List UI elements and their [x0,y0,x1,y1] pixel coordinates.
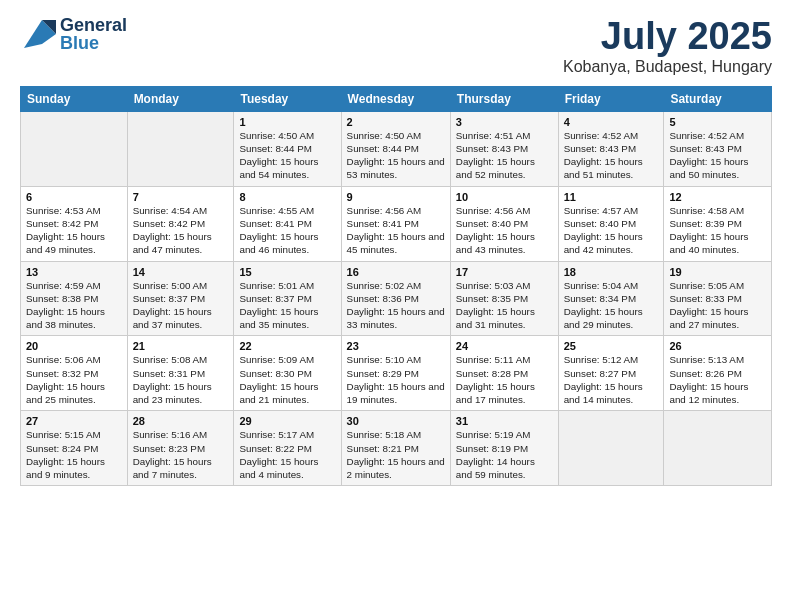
day-number: 13 [26,266,122,278]
day-number: 6 [26,191,122,203]
title-block: July 2025 Kobanya, Budapest, Hungary [563,16,772,76]
day-number: 2 [347,116,445,128]
calendar-cell: 13Sunrise: 4:59 AM Sunset: 8:38 PM Dayli… [21,261,128,336]
day-number: 10 [456,191,553,203]
day-info: Sunrise: 4:55 AM Sunset: 8:41 PM Dayligh… [239,204,335,257]
calendar-cell: 10Sunrise: 4:56 AM Sunset: 8:40 PM Dayli… [450,186,558,261]
day-number: 29 [239,415,335,427]
day-info: Sunrise: 5:06 AM Sunset: 8:32 PM Dayligh… [26,353,122,406]
day-number: 18 [564,266,659,278]
day-number: 8 [239,191,335,203]
day-info: Sunrise: 5:09 AM Sunset: 8:30 PM Dayligh… [239,353,335,406]
calendar-cell: 24Sunrise: 5:11 AM Sunset: 8:28 PM Dayli… [450,336,558,411]
day-number: 15 [239,266,335,278]
day-number: 19 [669,266,766,278]
day-info: Sunrise: 5:12 AM Sunset: 8:27 PM Dayligh… [564,353,659,406]
logo-blue-text: Blue [60,34,127,52]
calendar-cell: 16Sunrise: 5:02 AM Sunset: 8:36 PM Dayli… [341,261,450,336]
calendar-cell: 11Sunrise: 4:57 AM Sunset: 8:40 PM Dayli… [558,186,664,261]
generalblue-icon [20,16,56,52]
day-info: Sunrise: 4:51 AM Sunset: 8:43 PM Dayligh… [456,129,553,182]
day-number: 25 [564,340,659,352]
day-info: Sunrise: 4:54 AM Sunset: 8:42 PM Dayligh… [133,204,229,257]
calendar-cell: 6Sunrise: 4:53 AM Sunset: 8:42 PM Daylig… [21,186,128,261]
calendar-cell: 20Sunrise: 5:06 AM Sunset: 8:32 PM Dayli… [21,336,128,411]
day-info: Sunrise: 4:50 AM Sunset: 8:44 PM Dayligh… [347,129,445,182]
calendar-cell: 15Sunrise: 5:01 AM Sunset: 8:37 PM Dayli… [234,261,341,336]
calendar-cell: 12Sunrise: 4:58 AM Sunset: 8:39 PM Dayli… [664,186,772,261]
calendar-cell: 18Sunrise: 5:04 AM Sunset: 8:34 PM Dayli… [558,261,664,336]
calendar-cell: 17Sunrise: 5:03 AM Sunset: 8:35 PM Dayli… [450,261,558,336]
day-number: 31 [456,415,553,427]
weekday-header-saturday: Saturday [664,86,772,111]
day-info: Sunrise: 5:03 AM Sunset: 8:35 PM Dayligh… [456,279,553,332]
weekday-row: SundayMondayTuesdayWednesdayThursdayFrid… [21,86,772,111]
day-number: 30 [347,415,445,427]
day-info: Sunrise: 5:13 AM Sunset: 8:26 PM Dayligh… [669,353,766,406]
weekday-header-monday: Monday [127,86,234,111]
day-number: 21 [133,340,229,352]
calendar-cell [664,411,772,486]
day-info: Sunrise: 5:08 AM Sunset: 8:31 PM Dayligh… [133,353,229,406]
day-number: 24 [456,340,553,352]
calendar-cell: 28Sunrise: 5:16 AM Sunset: 8:23 PM Dayli… [127,411,234,486]
calendar-header: SundayMondayTuesdayWednesdayThursdayFrid… [21,86,772,111]
weekday-header-tuesday: Tuesday [234,86,341,111]
calendar-cell: 7Sunrise: 4:54 AM Sunset: 8:42 PM Daylig… [127,186,234,261]
day-info: Sunrise: 4:53 AM Sunset: 8:42 PM Dayligh… [26,204,122,257]
weekday-header-sunday: Sunday [21,86,128,111]
day-info: Sunrise: 5:18 AM Sunset: 8:21 PM Dayligh… [347,428,445,481]
weekday-header-wednesday: Wednesday [341,86,450,111]
day-number: 26 [669,340,766,352]
calendar-cell: 25Sunrise: 5:12 AM Sunset: 8:27 PM Dayli… [558,336,664,411]
day-info: Sunrise: 4:50 AM Sunset: 8:44 PM Dayligh… [239,129,335,182]
day-number: 27 [26,415,122,427]
calendar-cell: 9Sunrise: 4:56 AM Sunset: 8:41 PM Daylig… [341,186,450,261]
weekday-header-friday: Friday [558,86,664,111]
week-row-4: 20Sunrise: 5:06 AM Sunset: 8:32 PM Dayli… [21,336,772,411]
day-number: 12 [669,191,766,203]
weekday-header-thursday: Thursday [450,86,558,111]
day-number: 17 [456,266,553,278]
week-row-1: 1Sunrise: 4:50 AM Sunset: 8:44 PM Daylig… [21,111,772,186]
location-title: Kobanya, Budapest, Hungary [563,58,772,76]
calendar-cell: 29Sunrise: 5:17 AM Sunset: 8:22 PM Dayli… [234,411,341,486]
month-title: July 2025 [563,16,772,58]
day-info: Sunrise: 5:01 AM Sunset: 8:37 PM Dayligh… [239,279,335,332]
calendar-body: 1Sunrise: 4:50 AM Sunset: 8:44 PM Daylig… [21,111,772,485]
calendar-cell: 8Sunrise: 4:55 AM Sunset: 8:41 PM Daylig… [234,186,341,261]
day-info: Sunrise: 5:11 AM Sunset: 8:28 PM Dayligh… [456,353,553,406]
week-row-5: 27Sunrise: 5:15 AM Sunset: 8:24 PM Dayli… [21,411,772,486]
calendar-cell: 1Sunrise: 4:50 AM Sunset: 8:44 PM Daylig… [234,111,341,186]
week-row-3: 13Sunrise: 4:59 AM Sunset: 8:38 PM Dayli… [21,261,772,336]
day-info: Sunrise: 4:59 AM Sunset: 8:38 PM Dayligh… [26,279,122,332]
calendar-cell: 3Sunrise: 4:51 AM Sunset: 8:43 PM Daylig… [450,111,558,186]
header: General Blue July 2025 Kobanya, Budapest… [20,16,772,76]
calendar-cell: 27Sunrise: 5:15 AM Sunset: 8:24 PM Dayli… [21,411,128,486]
day-number: 7 [133,191,229,203]
day-info: Sunrise: 5:00 AM Sunset: 8:37 PM Dayligh… [133,279,229,332]
calendar-cell: 30Sunrise: 5:18 AM Sunset: 8:21 PM Dayli… [341,411,450,486]
day-number: 23 [347,340,445,352]
calendar-cell: 22Sunrise: 5:09 AM Sunset: 8:30 PM Dayli… [234,336,341,411]
calendar-cell: 21Sunrise: 5:08 AM Sunset: 8:31 PM Dayli… [127,336,234,411]
calendar-cell: 5Sunrise: 4:52 AM Sunset: 8:43 PM Daylig… [664,111,772,186]
day-info: Sunrise: 5:02 AM Sunset: 8:36 PM Dayligh… [347,279,445,332]
calendar-cell: 26Sunrise: 5:13 AM Sunset: 8:26 PM Dayli… [664,336,772,411]
day-info: Sunrise: 5:17 AM Sunset: 8:22 PM Dayligh… [239,428,335,481]
calendar-cell: 19Sunrise: 5:05 AM Sunset: 8:33 PM Dayli… [664,261,772,336]
calendar-cell [21,111,128,186]
calendar-cell: 4Sunrise: 4:52 AM Sunset: 8:43 PM Daylig… [558,111,664,186]
day-info: Sunrise: 5:10 AM Sunset: 8:29 PM Dayligh… [347,353,445,406]
day-number: 3 [456,116,553,128]
day-info: Sunrise: 4:56 AM Sunset: 8:41 PM Dayligh… [347,204,445,257]
day-number: 1 [239,116,335,128]
day-info: Sunrise: 4:52 AM Sunset: 8:43 PM Dayligh… [564,129,659,182]
day-number: 5 [669,116,766,128]
day-info: Sunrise: 5:05 AM Sunset: 8:33 PM Dayligh… [669,279,766,332]
calendar-cell: 2Sunrise: 4:50 AM Sunset: 8:44 PM Daylig… [341,111,450,186]
day-number: 16 [347,266,445,278]
calendar-cell [558,411,664,486]
day-number: 4 [564,116,659,128]
page: General Blue July 2025 Kobanya, Budapest… [0,0,792,612]
